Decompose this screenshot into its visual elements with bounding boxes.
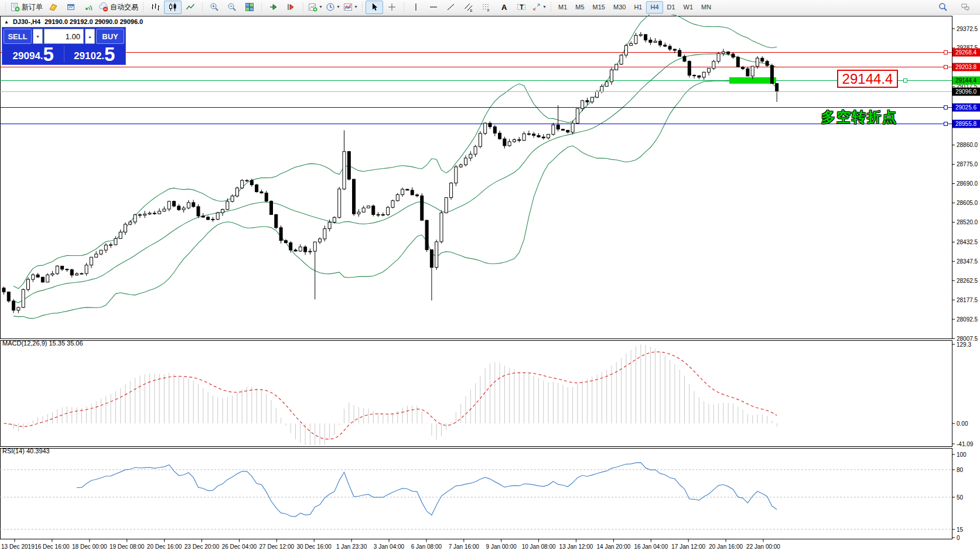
period-button[interactable]: ▾ (324, 1, 342, 14)
time-tick-label[interactable]: 9 Jan 00:00 (486, 543, 517, 550)
signals-button[interactable] (80, 1, 97, 14)
candle-body (119, 232, 122, 238)
symbol-ohlc-values: 29190.0 29192.0 29090.0 29096.0 (45, 18, 143, 25)
time-tick-label[interactable]: 26 Dec 04:00 (222, 543, 257, 550)
vline-button[interactable] (407, 1, 425, 14)
time-tick-label[interactable]: 14 Jan 20:00 (596, 543, 630, 550)
time-tick-label[interactable]: 30 Dec 16:00 (296, 543, 332, 550)
time-tick-label[interactable]: 16 Dec 16:00 (35, 543, 70, 550)
time-tick-label[interactable]: 7 Jan 16:00 (449, 543, 480, 550)
tile-windows-button[interactable] (241, 1, 258, 14)
bar-chart-button[interactable] (146, 1, 164, 14)
sell-price[interactable]: 29094.5 (4, 45, 63, 63)
search-button[interactable] (934, 1, 952, 14)
profile-button[interactable] (62, 1, 80, 14)
chevron-down-icon[interactable]: ▾ (354, 5, 357, 9)
autotrading-button[interactable]: 自动交易 (97, 1, 140, 14)
time-tick-label[interactable]: 10 Jan 08:00 (522, 543, 556, 550)
collapse-panel-icon[interactable]: ▲ (4, 19, 9, 25)
indicators-button[interactable]: ▾ (342, 1, 359, 14)
price-callout-box[interactable]: 29144.4 (837, 70, 898, 88)
zoom-out-button[interactable] (223, 1, 241, 14)
time-tick-label[interactable]: 1 Jan 23:30 (336, 543, 367, 550)
time-tick-label[interactable]: 20 Jan 16:00 (709, 543, 743, 550)
time-tick-label[interactable]: 13 Dec 2019 (1, 543, 35, 550)
time-tick-label[interactable]: 16 Jan 04:00 (634, 543, 668, 550)
hline-handle[interactable] (944, 106, 948, 110)
chevron-down-icon[interactable]: ▾ (543, 5, 545, 9)
time-tick-label[interactable]: 20 Dec 16:00 (147, 543, 182, 550)
hline-button[interactable] (425, 1, 442, 14)
crosshair-button[interactable] (383, 1, 401, 14)
chart-canvas[interactable]: 29372.529287.529117.528860.028775.028690… (0, 15, 980, 554)
channel-button[interactable]: E (460, 1, 477, 14)
svg-text:A: A (501, 3, 507, 12)
cursor-button[interactable] (366, 1, 383, 14)
fibonacci-button[interactable]: F (477, 1, 495, 14)
candle-body (596, 91, 599, 97)
timeframe-mn[interactable]: MN (697, 1, 715, 13)
buy-button[interactable]: BUY (96, 29, 124, 44)
time-tick-label[interactable]: 22 Jan 00:00 (746, 543, 780, 550)
new-order-button-label: 新订单 (22, 2, 43, 12)
price-tick-label: 28092.5 (957, 316, 978, 323)
candle-body (362, 208, 365, 212)
volume-down-button[interactable]: ▼ (33, 29, 43, 44)
hline-handle[interactable] (944, 66, 948, 69)
svg-text:E: E (470, 9, 473, 12)
toolbar-group-chart-type (146, 0, 199, 15)
volume-input[interactable]: 1.00 (44, 29, 84, 44)
buy-price[interactable]: 29102.5 (65, 45, 125, 63)
time-tick-label[interactable]: 18 Dec 00:00 (72, 543, 107, 550)
chart-shift-button[interactable] (282, 1, 300, 14)
trendline-button[interactable] (442, 1, 460, 14)
timeframe-d1[interactable]: D1 (663, 1, 679, 13)
time-tick-label[interactable]: 19 Dec 08:00 (110, 543, 145, 550)
timeframe-h4[interactable]: H4 (646, 1, 663, 13)
arrows-button[interactable]: ▾ (530, 1, 548, 14)
time-tick-label[interactable]: 13 Jan 12:00 (559, 543, 593, 550)
candle-body (279, 228, 282, 241)
timeframe-m30[interactable]: M30 (609, 1, 630, 13)
chevron-down-icon[interactable]: ▾ (319, 5, 322, 9)
candle-body (192, 203, 195, 207)
text-button[interactable]: A (495, 1, 513, 14)
new-chart-button[interactable]: ▾ (306, 1, 324, 14)
hline-handle[interactable] (944, 122, 948, 126)
toolbar-grip (549, 2, 553, 12)
rsi-indicator-label: RSI(14) 40.3943 (2, 447, 50, 454)
timeframe-m1[interactable]: M1 (554, 1, 571, 13)
chevron-down-icon[interactable]: ▾ (337, 5, 339, 9)
price-tick-label: 29372.5 (957, 26, 978, 32)
candle-chart-button[interactable] (164, 1, 182, 14)
timeframe-m15-label: M15 (593, 4, 605, 11)
candle-body (245, 180, 248, 181)
timeframe-m15[interactable]: M15 (589, 1, 609, 13)
toolbar-grip (301, 2, 305, 12)
label-button[interactable]: T (513, 1, 530, 14)
timeframe-h1[interactable]: H1 (630, 1, 646, 13)
zoom-in-button[interactable] (206, 1, 223, 14)
candle-body (708, 69, 711, 72)
auto-scroll-button[interactable] (265, 1, 282, 14)
candle-body (231, 196, 234, 201)
time-tick-label[interactable]: 17 Jan 12:00 (671, 543, 705, 550)
time-tick-label[interactable]: 6 Jan 08:00 (411, 543, 442, 550)
time-tick-label[interactable]: 27 Dec 12:00 (259, 543, 295, 550)
timeframe-w1[interactable]: W1 (679, 1, 698, 13)
symbol-title: DJ30-,H4 (13, 18, 40, 25)
line-chart-button[interactable] (182, 1, 199, 14)
timeframe-m5[interactable]: M5 (571, 1, 588, 13)
sell-button[interactable]: SELL (4, 29, 32, 44)
metaeditor-button[interactable] (45, 1, 62, 14)
toolbar-grip (360, 2, 364, 12)
time-tick-label[interactable]: 23 Dec 20:00 (185, 543, 220, 550)
hline-handle[interactable] (904, 79, 907, 83)
time-tick-label[interactable]: 3 Jan 04:00 (374, 543, 405, 550)
candle-body (270, 201, 273, 215)
new-order-button[interactable]: 新订单 (9, 1, 45, 14)
turning-point-note[interactable]: 多空转折点 (821, 108, 897, 126)
volume-up-button[interactable]: ▲ (85, 29, 95, 44)
chat-button[interactable] (957, 1, 974, 14)
hline-handle[interactable] (944, 51, 948, 54)
